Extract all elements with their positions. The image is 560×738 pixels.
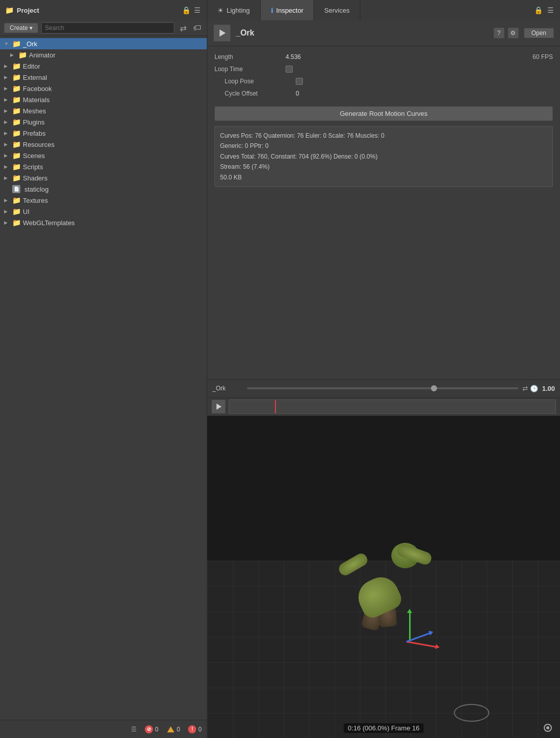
svg-point-2	[546, 726, 549, 729]
tree-item-animator[interactable]: ▶ 📁 Animator	[0, 49, 207, 60]
arrow-collapsed: ▶	[4, 209, 10, 214]
timeline-value: 1.00	[542, 385, 555, 392]
curves-info-panel: Curves Pos: 76 Quaternion: 76 Euler: 0 S…	[214, 126, 553, 187]
tree-item-materials[interactable]: ▶ 📁 Materials	[0, 94, 207, 105]
warning-count: 0	[177, 726, 180, 733]
viewport-status: 0:16 (006.0%) Frame 16	[344, 723, 424, 733]
arrow-none: ▶	[4, 187, 10, 192]
curves-line-3: Curves Total: 760, Constant: 704 (92.6%)…	[220, 151, 547, 162]
tree-item-label: Scripts	[23, 163, 43, 171]
tree-item-ui[interactable]: ▶ 📁 UI	[0, 206, 207, 217]
cycle-offset-row: Cycle Offset 0	[214, 88, 553, 99]
loop-icon[interactable]: ⇄	[522, 385, 528, 392]
arrow-collapsed: ▶	[10, 52, 16, 57]
tree-item-label: Textures	[23, 197, 48, 204]
lock-icon[interactable]: 🔒	[181, 6, 191, 15]
main-layout: Create ▾ ⇄ 🏷 ▼ 📁 _Ork ▶ 📁 Animator ▶ 📁 E…	[0, 20, 560, 738]
timeline-ruler[interactable]	[229, 399, 556, 414]
arrow-collapsed: ▶	[4, 153, 10, 158]
timeline-track[interactable]	[247, 387, 518, 389]
loop-pose-label: Loop Pose	[225, 78, 296, 85]
timeline-handle[interactable]	[431, 385, 437, 391]
folder-icon: 📁	[12, 84, 21, 93]
y-axis-arrow	[409, 612, 411, 640]
tab-lighting[interactable]: ☀ Lighting	[207, 0, 261, 20]
warning-status[interactable]: 0	[167, 726, 180, 733]
loop-pose-row: Loop Pose	[214, 76, 553, 87]
error-count: 0	[155, 726, 159, 733]
curves-line-1: Curves Pos: 76 Quaternion: 76 Euler: 0 S…	[220, 131, 547, 141]
inspector-tab-icon: ℹ	[271, 7, 273, 14]
tree-item-staticlog[interactable]: ▶ 📄 staticlog	[0, 183, 207, 195]
timeline-bar: _Ork ⇄ 🕒 1.00	[207, 379, 560, 397]
inspector-content: Length 4.536 60 FPS Loop Time Loop Pose …	[207, 46, 560, 379]
inspector-lock-icon[interactable]: 🔒	[534, 6, 543, 15]
loop-time-checkbox[interactable]	[286, 66, 293, 73]
tree-item-label: WebGLTemplates	[23, 219, 75, 227]
asset-preview-play-button[interactable]	[213, 24, 231, 42]
hamburger-icon[interactable]: ☰	[193, 6, 202, 15]
arrow-collapsed: ▶	[4, 97, 10, 102]
error-status[interactable]: ⊘ 0	[145, 725, 159, 733]
folder-icon: 📁	[12, 151, 21, 160]
tree-item-ork[interactable]: ▼ 📁 _Ork	[0, 38, 207, 49]
gear-icon[interactable]: ⚙	[508, 27, 519, 39]
create-button[interactable]: Create ▾	[4, 23, 38, 33]
loop-time-label: Loop Time	[214, 66, 286, 73]
tree-item-label: External	[23, 74, 47, 81]
tree-item-webgltemplates[interactable]: ▶ 📁 WebGLTemplates	[0, 217, 207, 228]
timeline-play-button[interactable]	[211, 399, 226, 414]
info-status[interactable]: ! 0	[188, 725, 202, 733]
arrow-collapsed: ▶	[4, 86, 10, 91]
tree-item-external[interactable]: ▶ 📁 External	[0, 72, 207, 83]
info-icon: !	[188, 725, 196, 733]
inspector-tab-label: Inspector	[276, 7, 303, 14]
inspector-menu-icon[interactable]: ☰	[546, 6, 555, 15]
tree-item-label: staticlog	[24, 186, 49, 193]
search-input[interactable]	[41, 22, 174, 34]
folder-icon: 📁	[12, 163, 21, 171]
project-title: Project	[17, 7, 39, 14]
open-button[interactable]: Open	[524, 28, 554, 38]
folder-icon: 📁	[12, 40, 21, 48]
tree-item-label: Editor	[23, 63, 40, 70]
timeline-anim-name: _Ork	[212, 385, 243, 392]
folder-icon: 📁	[12, 219, 21, 227]
help-icon[interactable]: ?	[493, 27, 505, 39]
arrow-collapsed: ▶	[4, 64, 10, 69]
viewport-corner-icon[interactable]	[542, 722, 554, 734]
folder-icon: 📁	[12, 118, 21, 126]
tree-item-label: Scenes	[23, 152, 45, 160]
folder-icon: 📁	[12, 140, 21, 148]
tree-item-textures[interactable]: ▶ 📁 Textures	[0, 195, 207, 206]
tab-inspector[interactable]: ℹ Inspector	[261, 0, 314, 20]
filter-icon[interactable]: ⇄	[177, 22, 189, 34]
tree-item-resources[interactable]: ▶ 📁 Resources	[0, 139, 207, 150]
file-icon: 📄	[12, 185, 20, 193]
tree-item-label: Animator	[29, 51, 55, 59]
tree-item-scripts[interactable]: ▶ 📁 Scripts	[0, 161, 207, 172]
project-panel: Create ▾ ⇄ 🏷 ▼ 📁 _Ork ▶ 📁 Animator ▶ 📁 E…	[0, 20, 207, 738]
tree-item-meshes[interactable]: ▶ 📁 Meshes	[0, 105, 207, 116]
list-hamburger-icon[interactable]: ☰	[131, 726, 137, 733]
generate-root-motion-button[interactable]: Generate Root Motion Curves	[214, 106, 553, 121]
folder-icon: 📁	[12, 129, 21, 137]
svg-marker-0	[167, 726, 174, 732]
folder-icon: 📁	[12, 107, 21, 115]
tree-item-shaders[interactable]: ▶ 📁 Shaders	[0, 172, 207, 183]
tree-item-plugins[interactable]: ▶ 📁 Plugins	[0, 116, 207, 128]
asset-name: _Ork	[236, 28, 488, 38]
loop-pose-checkbox[interactable]	[296, 78, 303, 85]
tree-item-prefabs[interactable]: ▶ 📁 Prefabs	[0, 128, 207, 139]
length-row: Length 4.536 60 FPS	[214, 51, 553, 63]
lighting-tab-icon: ☀	[217, 7, 224, 14]
tab-services[interactable]: Services	[314, 0, 360, 20]
tree-item-label: _Ork	[23, 40, 37, 48]
services-tab-label: Services	[324, 7, 350, 14]
curves-line-4: Stream: 56 (7.4%)	[220, 162, 547, 172]
tree-item-editor[interactable]: ▶ 📁 Editor	[0, 60, 207, 72]
tag-icon[interactable]: 🏷	[192, 22, 203, 34]
tree-item-facebook[interactable]: ▶ 📁 Facebook	[0, 83, 207, 94]
tree-item-scenes[interactable]: ▶ 📁 Scenes	[0, 150, 207, 161]
clock-icon[interactable]: 🕒	[530, 385, 538, 392]
